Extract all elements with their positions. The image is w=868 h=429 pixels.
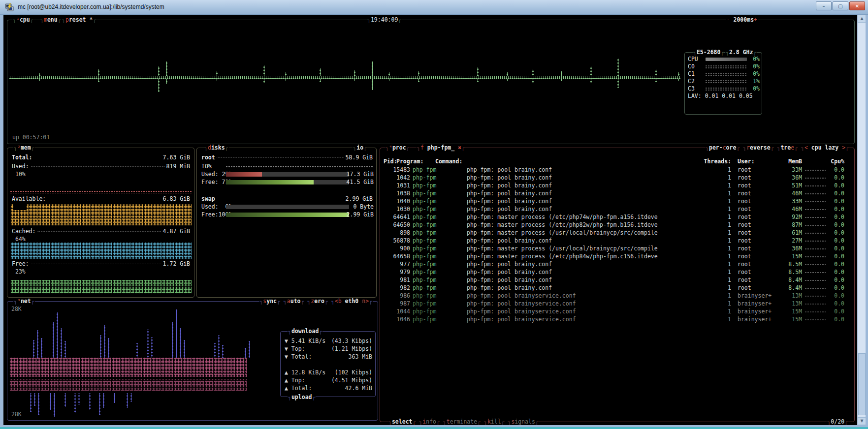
- program-cell: php-fpm: [413, 166, 436, 173]
- process-row[interactable]: 64641php-fpmphp-fpm: master process (/et…: [380, 214, 855, 220]
- download-label: ┐download┌: [288, 328, 322, 335]
- scroll-down-button[interactable]: ▼: [858, 417, 866, 425]
- sort-field: [808, 144, 811, 151]
- sort-prev-button[interactable]: <: [804, 144, 808, 151]
- process-row[interactable]: 1038php-fpmphp-fpm: pool brainy.conf1roo…: [380, 190, 855, 197]
- program-cell: php-fpm: [413, 237, 436, 244]
- net-stat-row: ▼ Total:363 MiB: [285, 353, 372, 360]
- core-meter: [706, 80, 747, 83]
- pid-cell: 1030: [384, 206, 410, 213]
- process-row[interactable]: 1046php-fpmphp-fpm: pool brainyservice.c…: [380, 316, 855, 323]
- process-row[interactable]: 56878php-fpmphp-fpm: pool brainy.conf1ro…: [380, 237, 855, 244]
- process-row[interactable]: 982php-fpmphp-fpm: pool brainy.conf1root…: [380, 284, 855, 291]
- iface-next-button[interactable]: n>: [362, 298, 369, 305]
- interval-plus-button[interactable]: +: [754, 16, 757, 23]
- select-button[interactable]: select: [392, 418, 413, 425]
- process-row[interactable]: 15483php-fpmphp-fpm: pool brainy.conf1ro…: [380, 166, 855, 173]
- scrollbar[interactable]: ▲ ▼: [857, 15, 866, 425]
- pid-cell: 64641: [384, 214, 410, 220]
- scroll-up-button[interactable]: ▲: [858, 15, 866, 23]
- cpu-cell: 0.0: [826, 292, 844, 299]
- core-meter: [706, 58, 747, 61]
- pid-cell: 64658: [384, 253, 410, 260]
- memory-box: ┐²mem┌ Total:7.63 GiB Used:819 MiB 10% A…: [7, 148, 194, 298]
- sync-button[interactable]: sync: [263, 298, 277, 305]
- per-core-button[interactable]: per-core: [709, 144, 736, 151]
- cpu-cell: 0.0: [826, 284, 844, 291]
- process-row[interactable]: 64650php-fpmphp-fpm: master process (/et…: [380, 221, 855, 228]
- process-row[interactable]: 1030php-fpmphp-fpm: pool brainy.conf1roo…: [380, 206, 855, 213]
- core-value: 0%: [745, 70, 760, 77]
- user-cell: root: [738, 221, 751, 228]
- interval-minus-button[interactable]: -: [727, 16, 730, 23]
- scroll-thumb[interactable]: [858, 353, 866, 415]
- process-row[interactable]: 1031php-fpmphp-fpm: pool brainy.conf1roo…: [380, 182, 855, 189]
- minimize-button[interactable]: –: [816, 1, 832, 10]
- program-cell: php-fpm: [413, 198, 436, 205]
- proc-box-title[interactable]: ┐⁴proc┌: [385, 144, 410, 151]
- auto-button[interactable]: auto: [287, 298, 301, 305]
- network-traffic-graph: [8, 305, 276, 419]
- user-cell: brainyser+: [738, 308, 772, 315]
- title-bar[interactable]: mc [root@ub24.itdeveloper.com.ua]:/lib/s…: [0, 0, 868, 15]
- cpu-model: ┐E5-2680┌: [693, 49, 724, 56]
- threads-cell: 1: [695, 284, 731, 291]
- command-cell: php-fpm: pool brainyservice.conf: [467, 300, 576, 307]
- menu-button[interactable]: ┐menu┌: [40, 16, 62, 23]
- preset-button[interactable]: ┐preset *┌: [62, 16, 96, 23]
- net-stat-row: ▲ Total:42.6 MiB: [285, 385, 372, 392]
- process-row[interactable]: 898php-fpmphp-fpm: master process (/usr/…: [380, 229, 855, 236]
- command-cell: php-fpm: pool brainy.conf: [467, 190, 552, 197]
- core-row: C10%: [688, 70, 760, 77]
- process-row[interactable]: 979php-fpmphp-fpm: pool brainy.conf1root…: [380, 269, 855, 276]
- kill-button[interactable]: kill: [487, 418, 501, 425]
- threads-cell: 1: [695, 276, 731, 283]
- process-row[interactable]: 986php-fpmphp-fpm: pool brainyservice.co…: [380, 292, 855, 299]
- process-row[interactable]: 900php-fpmphp-fpm: master process (/usr/…: [380, 245, 855, 252]
- reverse-button[interactable]: reverse: [746, 144, 770, 151]
- process-row[interactable]: 1040php-fpmphp-fpm: pool brainy.conf1roo…: [380, 198, 855, 205]
- zero-button[interactable]: zero: [311, 298, 324, 305]
- close-button[interactable]: ✕: [849, 1, 865, 10]
- cpu-cell: 0.0: [826, 198, 844, 205]
- program-cell: php-fpm: [413, 245, 436, 252]
- signals-button[interactable]: signals: [511, 418, 535, 425]
- process-row[interactable]: 987php-fpmphp-fpm: pool brainyservice.co…: [380, 300, 855, 307]
- mem-box-title[interactable]: ┐²mem┌: [13, 144, 35, 151]
- process-row[interactable]: 64658php-fpmphp-fpm: master process (/et…: [380, 253, 855, 260]
- command-cell: php-fpm: master process (/usr/local/brai…: [467, 229, 658, 236]
- net-stat-label: ▲ Total:: [285, 385, 312, 392]
- core-row: C30%: [688, 85, 760, 92]
- net-box-title[interactable]: ┐³net┌: [13, 298, 35, 305]
- process-row[interactable]: 1042php-fpmphp-fpm: pool brainy.conf1roo…: [380, 174, 855, 181]
- cpu-cell: 0.0: [826, 182, 844, 189]
- column-memb: MemB: [772, 158, 802, 165]
- iface-prev-button[interactable]: <b: [335, 298, 342, 305]
- info-button[interactable]: info: [422, 418, 436, 425]
- command-cell: php-fpm: master process (/etc/php74w/php…: [467, 214, 658, 220]
- pid-cell: 986: [384, 292, 410, 299]
- cpu-mini-graph: [805, 248, 826, 250]
- mem-free-percent: 23%: [15, 268, 26, 275]
- maximize-button[interactable]: ▢: [833, 1, 848, 10]
- tree-button[interactable]: tree: [780, 144, 794, 151]
- core-label: C0: [688, 63, 695, 70]
- user-cell: root: [738, 198, 751, 205]
- memb-cell: 13M: [772, 300, 802, 307]
- process-row[interactable]: 1044php-fpmphp-fpm: pool brainyservice.c…: [380, 308, 855, 315]
- command-cell: php-fpm: pool brainy.conf: [467, 276, 552, 283]
- process-row[interactable]: 981php-fpmphp-fpm: pool brainy.conf1root…: [380, 276, 855, 283]
- mem-cached-percent: 64%: [15, 236, 26, 243]
- process-filter-field[interactable]: ┐f php-fpm_ ✖┌: [417, 144, 465, 151]
- swap-free-value: 2.99 GiB: [340, 211, 374, 218]
- command-cell: php-fpm: pool brainyservice.conf: [467, 316, 576, 323]
- cpu-cell: 0.0: [826, 261, 844, 268]
- cpu-mini-graph: [805, 224, 826, 226]
- program-cell: php-fpm: [413, 316, 436, 323]
- cpu-box-title[interactable]: ┐¹cpu┌: [12, 16, 34, 23]
- process-row[interactable]: 977php-fpmphp-fpm: pool brainy.conf1root…: [380, 261, 855, 268]
- net-stat-value: 363 MiB: [349, 353, 372, 360]
- terminate-button[interactable]: terminate: [447, 418, 477, 425]
- io-mode-button[interactable]: ┐io┌: [353, 144, 367, 151]
- pid-cell: 1038: [384, 190, 410, 197]
